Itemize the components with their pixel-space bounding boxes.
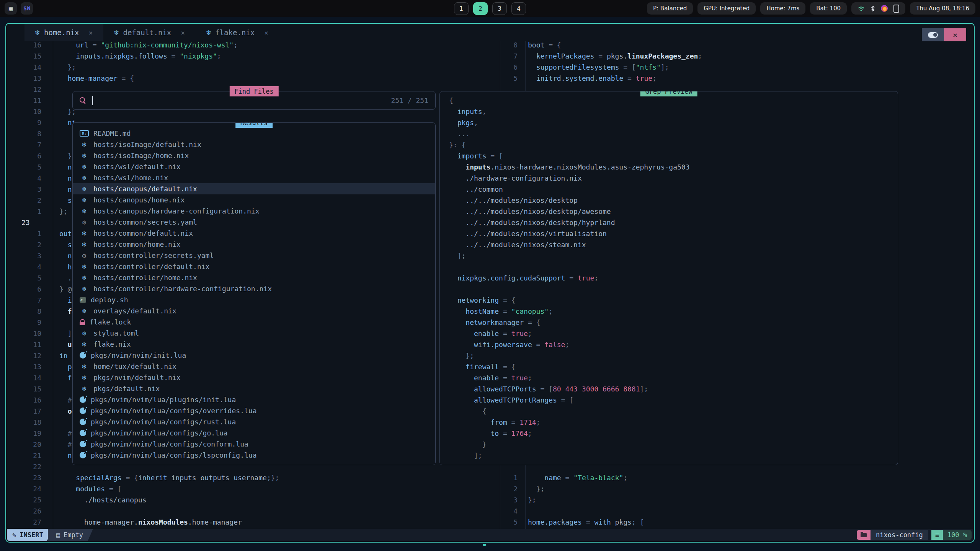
file-result-label: pkgs/nvim/nvim/init.lua (91, 351, 186, 359)
line-number: 13 (12, 73, 41, 84)
phone-icon[interactable] (893, 5, 899, 13)
app-logo[interactable]: $W (21, 2, 33, 15)
tab-home.nix[interactable]: ❄home.nix× (24, 24, 103, 41)
file-result-item[interactable]: README.md (73, 128, 435, 139)
status-pill[interactable]: GPU: Integrated (697, 2, 756, 15)
file-result-label: README.md (93, 129, 131, 137)
line-number: 17 (12, 406, 41, 417)
workspace-2[interactable]: 2 (473, 2, 488, 15)
file-result-label: hosts/canopus/default.nix (93, 185, 197, 193)
toggle-button[interactable] (922, 28, 944, 41)
file-result-item[interactable]: ❄hosts/controller/default.nix (73, 261, 435, 272)
preview-line (449, 284, 898, 295)
launcher-button[interactable]: ▦ (5, 2, 17, 15)
file-result-item[interactable]: ⚙hosts/controller/secrets.yaml (73, 250, 435, 261)
file-result-item[interactable]: ❄pkgs/nvim/default.nix (73, 372, 435, 383)
file-result-label: hosts/common/secrets.yaml (93, 218, 197, 226)
file-result-item[interactable]: ❄hosts/canopus/hardware-configuration.ni… (73, 205, 435, 217)
code-line: 11 (12, 95, 59, 106)
file-result-item[interactable]: ❄hosts/canopus/default.nix (73, 183, 435, 194)
results-counter: 251 / 251 (391, 96, 428, 104)
file-result-item[interactable]: ❄hosts/controller/hardware-configuration… (73, 283, 435, 294)
code-line: 23 (12, 217, 59, 228)
mode-indicator: ✎ INSERT (7, 529, 52, 541)
wifi-icon[interactable] (858, 6, 865, 11)
status-pill[interactable]: Home: 7ms (760, 2, 805, 15)
activity-icon[interactable] (881, 5, 888, 12)
tab-close-icon[interactable]: × (89, 29, 93, 37)
tab-flake.nix[interactable]: ❄flake.nix× (196, 24, 279, 41)
code-line: 9ni (12, 117, 76, 128)
file-result-item[interactable]: pkgs/nvim/nvim/lua/configs/rust.lua (73, 416, 435, 427)
file-result-item[interactable]: ❄hosts/isoImage/default.nix (73, 139, 435, 150)
file-result-item[interactable]: ❄hosts/isoImage/home.nix (73, 150, 435, 161)
file-result-item[interactable]: ❄overlays/default.nix (73, 305, 435, 316)
file-result-item[interactable]: ❄hosts/canopus/home.nix (73, 194, 435, 205)
file-result-item[interactable]: pkgs/nvim/nvim/lua/configs/conform.lua (73, 439, 435, 450)
code-line: 19# (12, 428, 72, 439)
close-window-button[interactable]: × (944, 28, 966, 41)
file-result-item[interactable]: ❄hosts/wsl/default.nix (73, 161, 435, 172)
tab-close-icon[interactable]: × (264, 29, 268, 37)
file-result-label: home/tux/default.nix (93, 362, 176, 370)
clock[interactable]: Thu Aug 08, 18:16 (910, 2, 975, 15)
line-number: 7 (12, 295, 41, 306)
code-line: 27home-manager.nixosModules.home-manager (12, 517, 242, 528)
tab-label: default.nix (123, 28, 171, 37)
file-result-item[interactable]: ❄pkgs/default.nix (73, 383, 435, 394)
preview-window: Grep Preview {inputs,pkgs,...}: {imports… (439, 91, 898, 465)
status-pill[interactable]: P: Balanced (647, 2, 693, 15)
code-line: 15inputs.nixpkgs.follows = "nixpkgs"; (12, 51, 221, 62)
file-result-label: pkgs/nvim/nvim/lua/configs/overrides.lua (91, 407, 256, 415)
line-number: 3 (12, 250, 41, 261)
line-number: 12 (12, 350, 41, 361)
preview-title: Grep Preview (640, 91, 697, 96)
code-line: 3nu (12, 184, 76, 195)
workspace-1[interactable]: 1 (454, 2, 469, 15)
code-line: 6} @ (12, 284, 72, 295)
tab-default.nix[interactable]: ❄default.nix× (103, 24, 196, 41)
code-line: 1name = "Tela-black"; (481, 472, 627, 483)
file-result-label: stylua.toml (93, 329, 139, 337)
grid-icon: ▦ (9, 5, 13, 12)
file-result-item[interactable]: flake.lock (73, 316, 435, 328)
file-result-item[interactable]: ⚙hosts/common/secrets.yaml (73, 217, 435, 228)
file-result-item[interactable]: deploy.sh (73, 294, 435, 305)
line-number: 11 (12, 339, 41, 350)
code-line: 16url = "github:nix-community/nixos-wsl"… (12, 39, 238, 51)
line-number: 9 (12, 317, 41, 328)
find-files-prompt[interactable]: Find Files 251 / 251 (72, 91, 436, 110)
file-result-item[interactable]: pkgs/nvim/nvim/init.lua (73, 350, 435, 361)
file-result-item[interactable]: pkgs/nvim/nvim/lua/configs/go.lua (73, 427, 435, 439)
file-result-item[interactable]: ❄hosts/wsl/home.nix (73, 172, 435, 183)
topbar-left: ▦ $W (5, 2, 33, 15)
status-pills: P: BalancedGPU: IntegratedHome: 7msBat: … (647, 2, 847, 15)
line-number: 21 (12, 450, 41, 461)
workspace-4[interactable]: 4 (511, 2, 526, 15)
bluetooth-icon[interactable] (871, 5, 875, 12)
preview-line: ]; (449, 450, 898, 461)
line-number: 16 (12, 39, 41, 51)
file-result-item[interactable]: ❄hosts/common/default.nix (73, 228, 435, 239)
preview-line: ../../modules/nixos/steam.nix (449, 239, 898, 250)
file-result-item[interactable]: ❄home/tux/default.nix (73, 361, 435, 372)
tab-close-icon[interactable]: × (181, 29, 185, 37)
code-line: 2so (12, 195, 76, 206)
preview-line: nixpkgs.config.cudaSupport = true; (449, 272, 898, 284)
code-line: 6}; (12, 150, 76, 161)
file-result-item[interactable]: pkgs/nvim/nvim/lua/configs/overrides.lua (73, 405, 435, 416)
code-line: 11us (12, 339, 76, 350)
file-result-item[interactable]: ❄hosts/controller/home.nix (73, 272, 435, 283)
file-result-item[interactable]: pkgs/nvim/nvim/lua/plugins/init.lua (73, 394, 435, 405)
file-result-item[interactable]: pkgs/nvim/nvim/lua/configs/lspconfig.lua (73, 450, 435, 461)
file-result-item[interactable]: ❄hosts/common/home.nix (73, 239, 435, 250)
topbar-right: P: BalancedGPU: IntegratedHome: 7msBat: … (647, 2, 975, 15)
code-line: 5home.packages = with pkgs; [ (481, 517, 644, 528)
lua-file-icon (80, 408, 86, 414)
workspace-3[interactable]: 3 (492, 2, 507, 15)
file-result-item[interactable]: ❄flake.nix (73, 339, 435, 350)
file-result-label: hosts/common/home.nix (93, 240, 181, 248)
status-pill[interactable]: Bat: 100 (810, 2, 847, 15)
preview-line: inputs, (449, 106, 898, 117)
file-result-item[interactable]: ⚙stylua.toml (73, 328, 435, 339)
